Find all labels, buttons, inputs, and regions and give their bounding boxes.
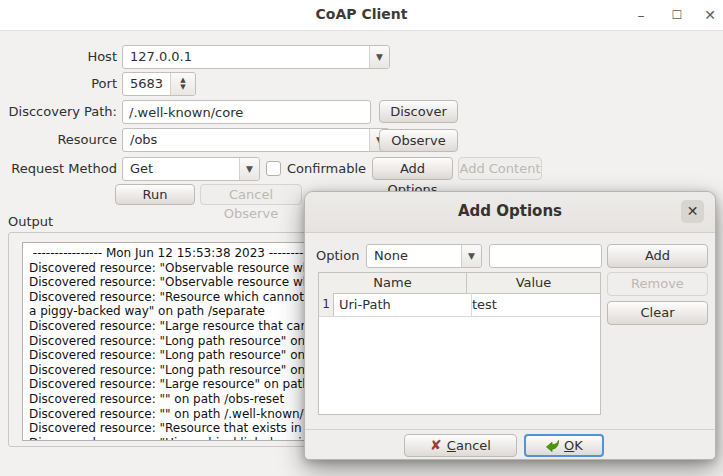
close-icon: ✕	[704, 7, 716, 23]
spin-down-icon: ▼	[180, 84, 185, 91]
table-header-name[interactable]: Name	[319, 273, 467, 293]
remove-button[interactable]: Remove	[607, 272, 708, 296]
option-combobox[interactable]: None ▼	[366, 244, 482, 268]
host-combobox[interactable]: 127.0.0.1 ▼	[122, 45, 390, 69]
option-label: Option	[316, 244, 364, 267]
host-dropdown-button[interactable]: ▼	[369, 46, 389, 68]
discover-button[interactable]: Discover	[379, 100, 458, 123]
port-value: 5683	[130, 73, 163, 95]
output-label: Output	[8, 210, 68, 233]
titlebar: CoAP Client – ☐ ✕	[0, 0, 723, 31]
chevron-down-icon: ▼	[376, 52, 383, 62]
request-method-combobox[interactable]: Get ▼	[122, 157, 260, 181]
confirmable-checkbox[interactable]	[266, 161, 281, 176]
dialog-separator	[305, 429, 715, 430]
table-row[interactable]: 1 Uri-Path test	[319, 293, 600, 317]
chevron-down-icon: ▼	[246, 164, 253, 174]
dialog-title: Add Options	[305, 202, 715, 220]
cancel-label-rest: ancel	[456, 438, 491, 453]
resource-value: /obs	[130, 129, 157, 151]
ok-mnemonic: O	[564, 438, 574, 453]
option-value: None	[374, 245, 408, 267]
close-button[interactable]: ✕	[698, 4, 722, 26]
add-options-dialog: Add Options ✕ Option None ▼ Add Name Val…	[304, 191, 716, 460]
port-spinbox[interactable]: 5683 ▲▼	[122, 72, 196, 96]
port-label: Port	[0, 72, 117, 95]
option-value-cell: test	[472, 293, 600, 316]
host-value: 127.0.0.1	[130, 46, 192, 68]
option-name-cell: Uri-Path	[334, 293, 472, 316]
cancel-button[interactable]: ✘Cancel	[404, 434, 517, 457]
option-value-input[interactable]	[489, 244, 602, 268]
add-button[interactable]: Add	[607, 244, 708, 268]
discovery-path-label: Disccovery Path:	[0, 100, 117, 123]
add-content-button[interactable]: Add Content	[458, 157, 542, 180]
request-method-dropdown-button[interactable]: ▼	[239, 158, 259, 180]
chevron-down-icon: ▼	[468, 251, 475, 261]
observe-button[interactable]: Observe	[379, 129, 458, 152]
window-title: CoAP Client	[0, 6, 723, 22]
minimize-button[interactable]: –	[629, 4, 653, 26]
dialog-close-button[interactable]: ✕	[681, 200, 704, 223]
ok-button[interactable]: OK	[524, 434, 604, 457]
add-options-button[interactable]: Add Options	[372, 157, 453, 180]
cancel-x-icon: ✘	[430, 437, 442, 453]
table-header-row: Name Value	[319, 273, 600, 294]
option-dropdown-button[interactable]: ▼	[461, 245, 481, 267]
row-number-cell: 1	[319, 293, 334, 316]
confirmable-label: Confirmable	[287, 157, 367, 180]
minimize-icon: –	[638, 7, 645, 23]
clear-button[interactable]: Clear	[607, 301, 708, 325]
port-spinner-buttons[interactable]: ▲▼	[170, 73, 195, 95]
resource-label: Resource	[0, 128, 117, 151]
resource-combobox[interactable]: /obs ▼	[122, 128, 390, 152]
request-method-value: Get	[130, 158, 153, 180]
cancel-observe-button[interactable]: Cancel Observe	[200, 184, 302, 205]
cancel-mnemonic: C	[447, 438, 456, 453]
close-icon: ✕	[687, 203, 699, 219]
discovery-path-input[interactable]	[122, 100, 371, 124]
ok-label-rest: K	[574, 438, 583, 453]
maximize-icon: ☐	[672, 8, 683, 22]
request-method-label: Request Method	[0, 157, 117, 180]
ok-arrow-icon	[545, 439, 560, 452]
table-header-value[interactable]: Value	[467, 273, 600, 293]
options-table[interactable]: Name Value 1 Uri-Path test	[318, 272, 601, 415]
maximize-button[interactable]: ☐	[665, 4, 689, 26]
host-label: Host	[0, 45, 117, 68]
run-button[interactable]: Run	[115, 184, 195, 205]
dialog-titlebar[interactable]: Add Options ✕	[305, 192, 715, 233]
